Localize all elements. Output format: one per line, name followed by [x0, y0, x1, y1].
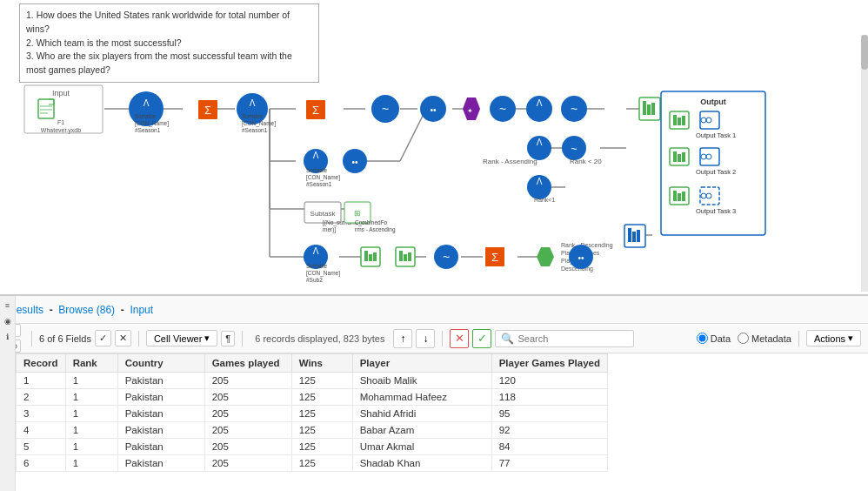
svg-text:Output: Output: [700, 98, 726, 106]
svg-text:Λ: Λ: [144, 98, 150, 108]
actions-button[interactable]: Actions ▾: [806, 330, 861, 346]
cell-player: Shoaib Malik: [352, 373, 491, 389]
svg-text:mer)]: mer)]: [323, 226, 336, 233]
svg-text:#Sub2: #Sub2: [306, 277, 323, 283]
close-btn[interactable]: ✕: [115, 330, 131, 346]
col-header-player[interactable]: Player: [352, 354, 491, 373]
data-radio-label[interactable]: Data: [697, 333, 731, 344]
input-label[interactable]: Input: [130, 304, 153, 316]
cell-player: Shahid Afridi: [352, 406, 491, 422]
data-radio[interactable]: [697, 333, 708, 344]
svg-rect-133: [673, 191, 677, 201]
svg-rect-143: [632, 232, 636, 242]
cell-country: Pakistan: [117, 422, 204, 439]
table-header-row: Record Rank Country Games played Wins Pl…: [17, 354, 608, 373]
svg-rect-144: [637, 230, 640, 242]
svg-rect-146: [861, 35, 868, 70]
cell-player-games: 92: [491, 422, 607, 439]
left-sidebar: ≡ ◉ ℹ: [0, 296, 16, 491]
svg-text:Rank - Assending: Rank - Assending: [483, 158, 537, 165]
paragraph-icon[interactable]: ¶: [221, 331, 235, 346]
cell-wins: 125: [291, 406, 352, 422]
cell-country: Pakistan: [117, 406, 204, 422]
svg-text:Output Task 3: Output Task 3: [696, 207, 736, 215]
svg-rect-127: [682, 152, 685, 162]
svg-rect-125: [673, 151, 677, 162]
cell-record: 2: [17, 389, 66, 406]
cell-rank: 1: [65, 389, 117, 406]
cell-player-games: 95: [491, 406, 607, 422]
cell-rank: 1: [65, 373, 117, 389]
svg-text:Subtask: Subtask: [310, 210, 337, 218]
table-row: 6 1 Pakistan 205 125 Shadab Khan 77: [17, 455, 608, 472]
svg-text:CombinedFo: CombinedFo: [355, 219, 388, 225]
table-row: 3 1 Pakistan 205 125 Shahid Afridi 95: [17, 406, 608, 422]
nav-up-button[interactable]: ↑: [393, 329, 412, 348]
col-header-wins[interactable]: Wins: [291, 354, 352, 373]
svg-text:Λ: Λ: [537, 177, 543, 186]
svg-text:Sortable: Sortable: [135, 113, 157, 119]
svg-text:~: ~: [443, 250, 450, 264]
svg-text:Σ: Σ: [204, 104, 211, 117]
sidebar-icon-filter[interactable]: ≡: [2, 299, 14, 312]
cell-rank: 1: [65, 439, 117, 455]
svg-text:~: ~: [571, 143, 577, 155]
col-header-gamesplayed[interactable]: Games played: [204, 354, 291, 373]
svg-text:[CON_Name]: [CON_Name]: [306, 270, 340, 277]
table-row: 4 1 Pakistan 205 125 Babar Azam 92: [17, 422, 608, 439]
chevron-down-icon: ▾: [204, 333, 210, 344]
cell-wins: 125: [291, 455, 352, 472]
results-title: Results - Browse (86) - Input: [9, 304, 153, 316]
cell-rank: 1: [65, 422, 117, 439]
browse-label[interactable]: Browse (86): [58, 304, 115, 316]
svg-text:⊞: ⊞: [354, 209, 361, 218]
cell-player: Mohammad Hafeez: [352, 389, 491, 406]
metadata-radio-label[interactable]: Metadata: [738, 333, 791, 344]
svg-text:Input: Input: [52, 89, 70, 98]
data-table: Record Rank Country Games played Wins Pl…: [16, 353, 608, 472]
sidebar-icon-dot[interactable]: ◉: [2, 315, 14, 327]
clear-button[interactable]: ✕: [450, 329, 469, 348]
table-row: 5 1 Pakistan 205 125 Umar Akmal 84: [17, 439, 608, 455]
svg-text:Λ: Λ: [537, 138, 543, 147]
col-header-record[interactable]: Record: [17, 354, 66, 373]
cell-player-games: 77: [491, 455, 607, 472]
svg-rect-65: [647, 104, 651, 115]
cell-games-played: 205: [204, 373, 291, 389]
col-header-country[interactable]: Country: [117, 354, 204, 373]
cell-games-played: 205: [204, 389, 291, 406]
svg-text:••: ••: [430, 105, 437, 115]
sep-5: [798, 331, 799, 346]
sep-2: [138, 331, 139, 346]
cell-wins: 125: [291, 373, 352, 389]
svg-text:Σ: Σ: [491, 251, 498, 264]
svg-rect-102: [404, 254, 407, 261]
svg-text:F1: F1: [57, 119, 64, 125]
sidebar-icon-info[interactable]: ℹ: [2, 331, 14, 343]
svg-rect-135: [682, 192, 685, 201]
cell-viewer-label: Cell Viewer: [154, 333, 202, 344]
svg-text:~: ~: [382, 102, 389, 116]
search-box: 🔍: [495, 330, 634, 347]
cell-record: 6: [17, 455, 66, 472]
col-header-playergames[interactable]: Player Games Played: [491, 354, 607, 373]
nav-down-button[interactable]: ↓: [416, 329, 435, 348]
radio-group: Data Metadata: [697, 333, 791, 344]
cell-games-played: 205: [204, 439, 291, 455]
svg-rect-134: [678, 193, 681, 201]
search-input[interactable]: [517, 333, 631, 344]
col-header-rank[interactable]: Rank: [65, 354, 117, 373]
metadata-radio[interactable]: [738, 333, 749, 344]
checkmark-btn[interactable]: ✓: [95, 330, 111, 346]
cell-viewer-button[interactable]: Cell Viewer ▾: [146, 330, 217, 346]
cell-country: Pakistan: [117, 373, 204, 389]
svg-text:Λ: Λ: [537, 98, 543, 108]
svg-rect-103: [408, 252, 411, 261]
svg-text:Whatever.yxdb: Whatever.yxdb: [41, 127, 81, 134]
svg-text:Output Task 1: Output Task 1: [696, 131, 736, 139]
fields-count: 6 of 6 Fields: [39, 333, 91, 344]
confirm-button[interactable]: ✓: [472, 329, 491, 348]
svg-text:••: ••: [351, 158, 358, 167]
cell-wins: 125: [291, 422, 352, 439]
svg-text:Rank<1: Rank<1: [534, 197, 555, 203]
